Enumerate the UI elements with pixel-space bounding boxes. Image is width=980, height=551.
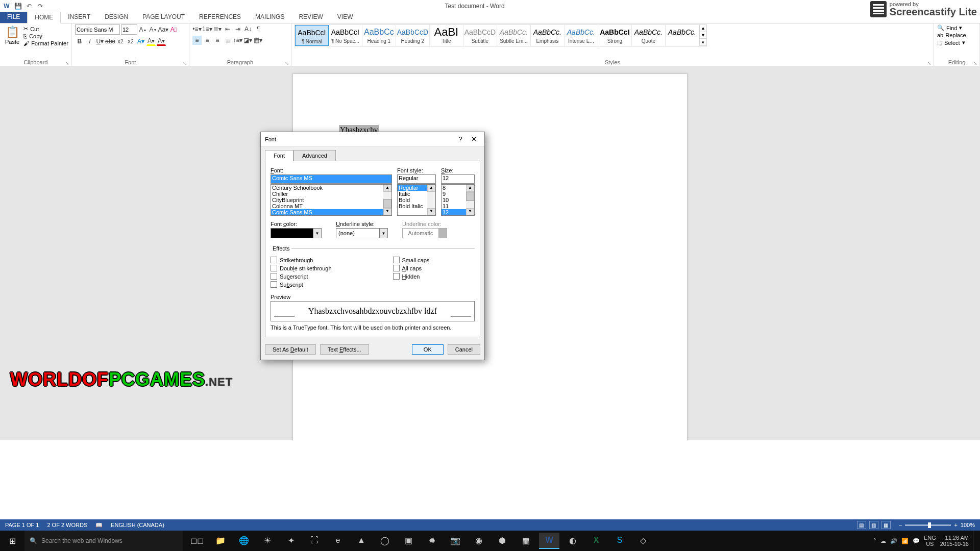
app-icon-9[interactable]: ◉ [469, 533, 489, 549]
bullets-icon[interactable]: •≡▾ [192, 24, 202, 34]
style-subtitle[interactable]: AaBbCcDSubtitle [463, 25, 497, 46]
shrink-font-icon[interactable]: A▼ [149, 25, 158, 34]
tab-view[interactable]: VIEW [330, 12, 360, 23]
bold-icon[interactable]: B [75, 37, 84, 46]
shading-icon[interactable]: ◪▾ [243, 36, 253, 45]
numbering-icon[interactable]: 1≡▾ [203, 24, 212, 34]
clock[interactable]: 11:26 AM2015-10-16 [940, 535, 969, 547]
style-emphasis[interactable]: AaBbCc.Emphasis [531, 25, 565, 46]
zoom-level[interactable]: 100% [961, 522, 975, 528]
underline-icon[interactable]: U▾ [95, 37, 105, 46]
show-marks-icon[interactable]: ¶ [254, 24, 263, 34]
zoom-control[interactable]: − + 100% [899, 522, 975, 528]
app-icon-6[interactable]: ▣ [398, 533, 419, 549]
onedrive-icon[interactable]: ☁ [880, 538, 886, 544]
tab-home[interactable]: HOME [27, 12, 61, 23]
checkbox-all-caps[interactable]: All caps [393, 265, 430, 271]
ok-button[interactable]: OK [412, 344, 444, 355]
scrollbar[interactable]: ▲▼ [383, 185, 391, 215]
subscript-icon[interactable]: x2 [116, 37, 125, 46]
style-heading1[interactable]: AaBbCcHeading 1 [362, 25, 396, 46]
skype-icon[interactable]: S [609, 533, 630, 549]
checkbox-small-caps[interactable]: Small caps [393, 257, 430, 263]
app-icon-12[interactable]: ◇ [633, 533, 653, 549]
indent-icon[interactable]: ⇥ [233, 24, 242, 34]
copy-button[interactable]: ⎘Copy [23, 33, 68, 39]
style-intense-emphasis[interactable]: AaBbCc.Intense E... [565, 25, 598, 46]
underline-style-combo[interactable]: (none)▼ [336, 228, 388, 238]
font-style-input[interactable]: Regular [397, 174, 436, 184]
tab-design[interactable]: DESIGN [97, 12, 135, 23]
file-explorer-icon[interactable]: 📁 [210, 533, 231, 549]
undo-icon[interactable]: ↶ [26, 3, 33, 10]
edge-icon[interactable]: ｅ [328, 533, 348, 549]
style-strong[interactable]: AaBbCcIStrong [598, 25, 632, 46]
styles-scroll[interactable]: ▲▼▾ [699, 25, 706, 46]
superscript-icon[interactable]: x2 [126, 37, 135, 46]
style-subtle-emphasis[interactable]: AaBbCc.Subtle Em... [497, 25, 531, 46]
zoom-in-icon[interactable]: + [954, 522, 957, 528]
help-icon[interactable]: ? [454, 135, 467, 143]
word-task-icon[interactable]: W [539, 533, 559, 549]
tray-chevron-icon[interactable]: ˄ [873, 538, 876, 544]
style-heading2[interactable]: AaBbCcDHeading 2 [396, 25, 430, 46]
web-layout-icon[interactable]: ▦ [881, 521, 891, 529]
app-icon-5[interactable]: ◯ [375, 533, 395, 549]
app-icon-2[interactable]: ✦ [281, 533, 301, 549]
zoom-slider[interactable] [905, 524, 951, 526]
italic-icon[interactable]: I [85, 37, 94, 46]
find-button[interactable]: 🔍Find ▾ [937, 24, 976, 31]
tab-review[interactable]: REVIEW [291, 12, 330, 23]
tab-page-layout[interactable]: PAGE LAYOUT [135, 12, 192, 23]
cancel-button[interactable]: Cancel [448, 344, 480, 355]
document-area[interactable]: Yhasbzxchv ✎ Font ? ✕ Font Advanced Font… [0, 66, 980, 440]
style-normal[interactable]: AaBbCcI¶ Normal [295, 25, 329, 46]
status-words[interactable]: 2 OF 2 WORDS [47, 522, 87, 528]
format-painter-button[interactable]: 🖌Format Painter [23, 40, 68, 46]
action-center-icon[interactable]: 💬 [913, 538, 920, 544]
text-effects-button[interactable]: Text Effects... [320, 344, 369, 355]
chrome-icon[interactable]: 🌐 [234, 533, 254, 549]
font-color-combo[interactable]: ▼ [271, 228, 322, 238]
font-listbox[interactable]: Century Schoolbook Chiller CityBlueprint… [271, 184, 392, 216]
multilevel-icon[interactable]: ≣▾ [213, 24, 222, 34]
dialog-tab-advanced[interactable]: Advanced [293, 150, 336, 161]
close-icon[interactable]: ✕ [467, 135, 480, 143]
dialog-titlebar[interactable]: Font ? ✕ [261, 132, 484, 146]
save-icon[interactable]: 💾 [14, 3, 21, 10]
system-tray[interactable]: ˄ ☁ 🔊 📶 💬 ENGUS 11:26 AM2015-10-16 [869, 531, 980, 551]
font-style-listbox[interactable]: Regular Italic Bold Bold Italic ▲▼ [397, 184, 436, 216]
change-case-icon[interactable]: Aa▾ [159, 25, 168, 34]
clear-format-icon[interactable]: Aͯ [169, 25, 178, 34]
font-size-input[interactable] [121, 24, 137, 35]
font-color-icon[interactable]: A▾ [157, 37, 166, 46]
app-icon-7[interactable]: ✹ [422, 533, 442, 549]
strikethrough-icon[interactable]: abc [106, 37, 115, 46]
status-page[interactable]: PAGE 1 OF 1 [5, 522, 39, 528]
checkbox-subscript[interactable]: Subscript [271, 281, 332, 288]
app-icon-3[interactable]: ⛶ [304, 533, 325, 549]
tab-insert[interactable]: INSERT [61, 12, 97, 23]
steam-icon[interactable]: ◐ [562, 533, 583, 549]
set-default-button[interactable]: Set As Default [265, 344, 316, 355]
redo-icon[interactable]: ↷ [37, 3, 44, 10]
line-spacing-icon[interactable]: ↕≡▾ [233, 36, 242, 45]
volume-icon[interactable]: 🔊 [890, 538, 897, 544]
size-listbox[interactable]: 8 9 10 11 12 ▲▼ [441, 184, 475, 216]
dialog-tab-font[interactable]: Font [265, 150, 293, 161]
replace-button[interactable]: abReplace [937, 32, 976, 38]
start-button[interactable]: ⊞ [0, 531, 24, 551]
app-icon-1[interactable]: ☀ [257, 533, 278, 549]
size-input[interactable]: 12 [441, 174, 475, 184]
status-language[interactable]: ENGLISH (CANADA) [111, 522, 164, 528]
align-right-icon[interactable]: ≡ [213, 36, 222, 45]
underline-color-combo[interactable]: Automatic [402, 228, 447, 238]
tab-references[interactable]: REFERENCES [192, 12, 248, 23]
align-left-icon[interactable]: ≡ [192, 36, 202, 45]
font-name-input[interactable] [75, 24, 120, 35]
network-icon[interactable]: 📶 [901, 538, 909, 544]
checkbox-superscript[interactable]: Superscript [271, 273, 332, 280]
tab-file[interactable]: FILE [0, 12, 27, 23]
zoom-out-icon[interactable]: − [899, 522, 902, 528]
borders-icon[interactable]: ▦▾ [254, 36, 263, 45]
